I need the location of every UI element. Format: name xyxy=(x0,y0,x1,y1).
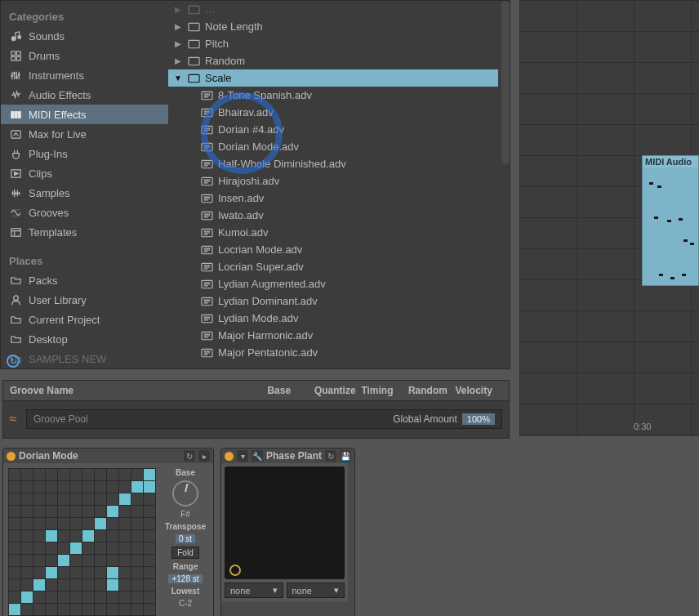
save-preset-icon[interactable]: ▸ xyxy=(198,450,210,462)
scale-cell[interactable] xyxy=(46,469,57,480)
scale-cell[interactable] xyxy=(58,555,69,566)
scale-cell[interactable] xyxy=(131,604,143,615)
sync-icon[interactable]: ↻ xyxy=(7,355,20,368)
scale-cell[interactable] xyxy=(82,567,94,578)
scale-cell[interactable] xyxy=(70,530,82,542)
scale-cell[interactable] xyxy=(70,481,82,493)
scale-cell[interactable] xyxy=(95,518,106,529)
global-amount-value[interactable]: 100% xyxy=(462,413,495,425)
scale-cell[interactable] xyxy=(82,493,94,505)
folder-row[interactable]: ▶Note Length xyxy=(168,18,498,35)
preset-row[interactable]: Kumoi.adv xyxy=(168,224,498,241)
place-item-samples-new[interactable]: SAMPLES NEW xyxy=(1,349,168,368)
preset-row[interactable]: Half-Whole Diminished.adv xyxy=(168,155,498,172)
preset-row[interactable]: Major Harmonic.adv xyxy=(168,327,498,344)
scale-cell[interactable] xyxy=(107,506,118,517)
disclosure-triangle-icon[interactable]: ▶ xyxy=(173,5,183,14)
preset-row[interactable]: Major Pentatonic.adv xyxy=(168,344,498,361)
scale-cell[interactable] xyxy=(95,542,106,554)
scale-cell[interactable] xyxy=(9,555,20,566)
preset-row[interactable]: 8-Tone Spanish.adv xyxy=(168,87,498,104)
scale-cell[interactable] xyxy=(46,591,57,603)
scale-cell[interactable] xyxy=(144,530,155,542)
scale-cell[interactable] xyxy=(107,493,118,505)
scale-cell[interactable] xyxy=(82,469,94,480)
scale-cell[interactable] xyxy=(95,591,106,603)
scale-cell[interactable] xyxy=(9,567,20,578)
scale-cell[interactable] xyxy=(33,555,45,566)
scale-cell[interactable] xyxy=(9,493,20,505)
scale-cell[interactable] xyxy=(21,591,33,603)
sidebar-item-samples[interactable]: Samples xyxy=(1,183,168,203)
scale-cell[interactable] xyxy=(107,604,118,615)
scale-cell[interactable] xyxy=(131,518,143,529)
device-activator[interactable] xyxy=(7,452,16,461)
disclosure-triangle-icon[interactable]: ▶ xyxy=(173,39,183,48)
scale-cell[interactable] xyxy=(46,518,57,529)
scale-cell[interactable] xyxy=(144,469,155,480)
scale-cell[interactable] xyxy=(58,481,69,493)
scale-cell[interactable] xyxy=(46,506,57,517)
scale-cell[interactable] xyxy=(33,506,45,517)
scale-cell[interactable] xyxy=(46,542,57,554)
scale-cell[interactable] xyxy=(144,604,155,615)
scale-cell[interactable] xyxy=(95,506,106,517)
scrollbar[interactable] xyxy=(501,1,510,164)
sidebar-item-drums[interactable]: Drums xyxy=(1,46,168,65)
scale-cell[interactable] xyxy=(33,530,45,542)
scale-cell[interactable] xyxy=(46,481,57,493)
scale-cell[interactable] xyxy=(107,555,118,566)
preset-row[interactable]: Dorian Mode.adv xyxy=(168,138,498,155)
scale-cell[interactable] xyxy=(70,591,82,603)
sidebar-item-sounds[interactable]: Sounds xyxy=(1,26,168,46)
scale-cell[interactable] xyxy=(144,555,155,566)
scale-cell[interactable] xyxy=(107,530,118,542)
folder-row[interactable]: ▶Random xyxy=(168,52,498,69)
scale-cell[interactable] xyxy=(70,579,82,591)
scale-cell[interactable] xyxy=(144,591,155,603)
place-item-packs[interactable]: Packs xyxy=(1,270,168,290)
midi-clip[interactable]: MIDI Audio xyxy=(642,155,699,286)
scale-cell[interactable] xyxy=(107,542,118,554)
scale-cell[interactable] xyxy=(95,530,106,542)
scale-cell[interactable] xyxy=(119,518,131,529)
scale-cell[interactable] xyxy=(33,604,45,615)
scale-cell[interactable] xyxy=(70,493,82,505)
preset-row[interactable]: Insen.adv xyxy=(168,190,498,207)
hotswap-icon[interactable]: ↻ xyxy=(184,450,195,462)
scale-cell[interactable] xyxy=(131,579,143,591)
scale-cell[interactable] xyxy=(9,469,20,480)
scale-cell[interactable] xyxy=(82,530,94,542)
scale-cell[interactable] xyxy=(46,604,57,615)
folder-row[interactable]: ▶… xyxy=(168,1,498,18)
sidebar-item-plug-ins[interactable]: Plug-Ins xyxy=(1,144,168,163)
scale-cell[interactable] xyxy=(144,542,155,554)
scale-cell[interactable] xyxy=(21,518,33,529)
scale-cell[interactable] xyxy=(82,579,94,591)
base-knob[interactable] xyxy=(172,480,198,507)
scale-cell[interactable] xyxy=(33,493,45,505)
scale-cell[interactable] xyxy=(144,518,155,529)
scale-cell[interactable] xyxy=(46,493,57,505)
scale-cell[interactable] xyxy=(58,542,69,554)
device-activator[interactable] xyxy=(225,452,234,461)
scale-cell[interactable] xyxy=(9,530,20,542)
scale-cell[interactable] xyxy=(107,579,118,591)
sidebar-item-audio-effects[interactable]: Audio Effects xyxy=(1,85,168,105)
scale-cell[interactable] xyxy=(144,481,155,493)
scale-cell[interactable] xyxy=(95,567,106,578)
scale-cell[interactable] xyxy=(95,493,106,505)
scale-cell[interactable] xyxy=(46,579,57,591)
save-preset-icon[interactable]: 💾 xyxy=(340,450,351,462)
scale-cell[interactable] xyxy=(107,518,118,529)
scale-cell[interactable] xyxy=(33,542,45,554)
preset-row[interactable]: Hirajoshi.adv xyxy=(168,172,498,190)
range-value[interactable]: +128 st xyxy=(168,574,202,583)
preset-row[interactable]: Lydian Augmented.adv xyxy=(168,275,498,292)
scale-cell[interactable] xyxy=(21,567,33,578)
scale-cell[interactable] xyxy=(131,481,143,493)
scale-cell[interactable] xyxy=(131,530,143,542)
scale-cell[interactable] xyxy=(58,506,69,517)
scale-cell[interactable] xyxy=(58,604,69,615)
scale-cell[interactable] xyxy=(119,481,131,493)
